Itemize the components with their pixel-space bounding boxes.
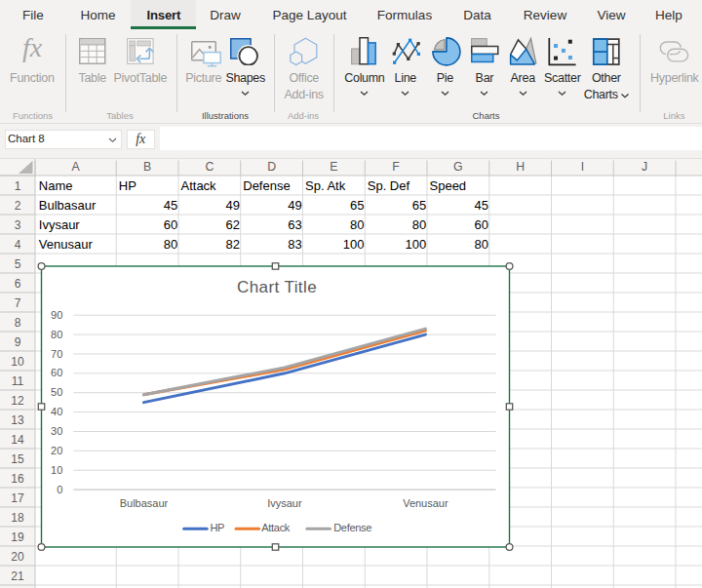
svg-text:30: 30	[51, 425, 62, 437]
svg-text:Bulbasaur: Bulbasaur	[39, 198, 97, 213]
svg-text:10: 10	[51, 464, 62, 476]
svg-text:15: 15	[11, 452, 24, 466]
svg-text:HP: HP	[119, 178, 136, 193]
svg-text:70: 70	[51, 348, 62, 360]
svg-text:Sp. Def: Sp. Def	[368, 178, 410, 193]
svg-text:H: H	[516, 160, 525, 174]
svg-text:12: 12	[11, 394, 24, 408]
svg-text:100: 100	[406, 237, 427, 252]
svg-text:2: 2	[15, 199, 21, 213]
svg-text:7: 7	[15, 296, 21, 310]
svg-text:10: 10	[11, 355, 24, 369]
svg-text:65: 65	[412, 198, 426, 213]
svg-text:80: 80	[164, 237, 177, 252]
svg-text:83: 83	[288, 237, 301, 252]
svg-text:Bulbasaur: Bulbasaur	[120, 497, 169, 509]
svg-text:49: 49	[288, 198, 301, 213]
svg-text:80: 80	[350, 217, 364, 232]
svg-text:8: 8	[15, 316, 21, 330]
svg-text:0: 0	[57, 484, 62, 495]
svg-text:9: 9	[15, 335, 21, 349]
svg-text:Venusaur: Venusaur	[403, 497, 448, 509]
svg-text:Defense: Defense	[333, 522, 371, 533]
svg-text:80: 80	[51, 329, 62, 340]
svg-text:Venusaur: Venusaur	[39, 237, 94, 252]
svg-text:65: 65	[350, 198, 364, 213]
svg-text:HP: HP	[210, 522, 224, 533]
svg-text:62: 62	[226, 217, 240, 232]
svg-text:17: 17	[11, 491, 24, 505]
svg-text:G: G	[453, 160, 463, 174]
svg-text:13: 13	[11, 413, 24, 427]
svg-text:Name: Name	[39, 178, 73, 193]
svg-text:50: 50	[51, 386, 62, 398]
svg-text:49: 49	[226, 198, 240, 213]
svg-text:Attack: Attack	[181, 178, 217, 193]
svg-text:5: 5	[15, 257, 21, 271]
svg-text:40: 40	[51, 406, 62, 417]
svg-text:18: 18	[11, 511, 24, 525]
svg-text:E: E	[330, 160, 337, 174]
svg-text:Defense: Defense	[243, 178, 290, 193]
svg-text:100: 100	[343, 237, 365, 252]
svg-text:Speed: Speed	[430, 178, 467, 193]
svg-text:82: 82	[226, 237, 240, 252]
svg-text:C: C	[205, 160, 214, 174]
svg-text:60: 60	[164, 217, 177, 232]
svg-text:80: 80	[475, 237, 488, 252]
svg-text:45: 45	[164, 198, 177, 213]
svg-text:16: 16	[11, 472, 24, 486]
svg-text:60: 60	[51, 367, 62, 378]
svg-text:21: 21	[11, 569, 24, 583]
svg-text:B: B	[143, 160, 151, 174]
svg-text:Chart Title: Chart Title	[237, 278, 317, 296]
svg-text:4: 4	[15, 238, 21, 252]
svg-text:1: 1	[15, 179, 21, 193]
svg-text:20: 20	[11, 550, 24, 564]
svg-text:14: 14	[11, 433, 24, 447]
svg-text:Sp. Atk: Sp. Atk	[305, 178, 346, 193]
svg-text:A: A	[72, 160, 81, 174]
svg-text:20: 20	[51, 445, 62, 456]
svg-text:19: 19	[11, 530, 24, 544]
svg-text:Ivysaur: Ivysaur	[39, 217, 81, 232]
svg-text:6: 6	[15, 277, 21, 291]
svg-text:90: 90	[51, 309, 62, 321]
svg-text:60: 60	[475, 217, 488, 232]
svg-text:Ivysaur: Ivysaur	[267, 497, 302, 509]
svg-text:11: 11	[12, 374, 24, 388]
svg-text:3: 3	[15, 218, 21, 232]
svg-text:Attack: Attack	[261, 522, 291, 533]
svg-text:F: F	[392, 160, 400, 174]
svg-text:80: 80	[412, 217, 426, 232]
svg-text:J: J	[642, 160, 647, 174]
svg-text:45: 45	[475, 198, 488, 213]
svg-text:63: 63	[288, 217, 301, 232]
svg-text:I: I	[581, 160, 584, 174]
svg-text:D: D	[267, 160, 276, 174]
